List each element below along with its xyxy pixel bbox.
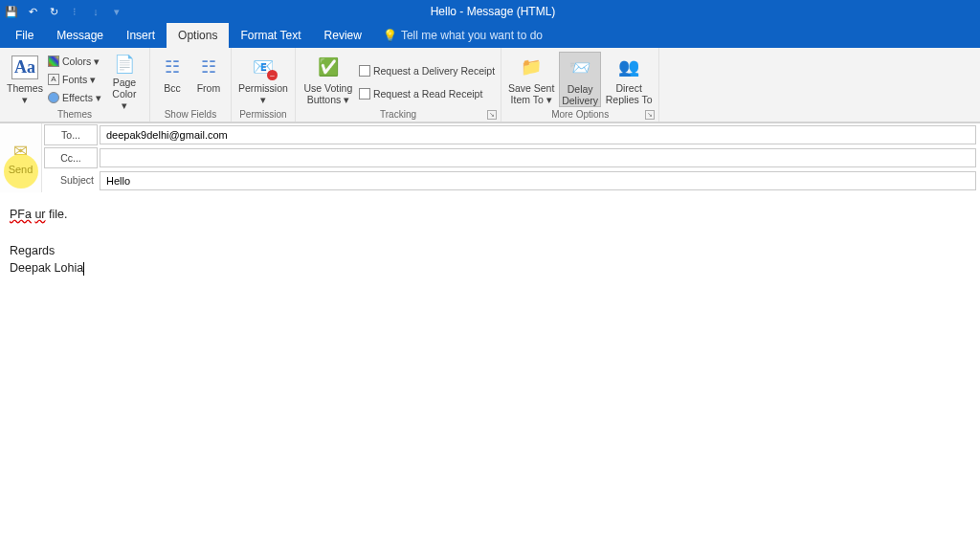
body-word-1: PFa (10, 208, 32, 221)
window-title: Hello - Message (HTML) (124, 5, 861, 18)
permission-icon: 📧– (250, 54, 277, 80)
group-show-fields-label: Show Fields (165, 109, 216, 120)
group-permission-label: Permission (239, 109, 286, 120)
page-color-label: Page Color (112, 77, 136, 100)
field-labels: To... Cc... Subject (42, 123, 100, 192)
group-more-options-label: More Options (551, 109, 609, 120)
voting-button[interactable]: ✅ Use Voting Buttons ▾ (301, 52, 355, 107)
tab-message[interactable]: Message (45, 23, 115, 48)
fonts-button[interactable]: AFonts ▾ (48, 71, 101, 88)
direct-replies-icon: 👥 (615, 54, 642, 80)
save-sent-icon: 📁 (518, 54, 545, 80)
delay-delivery-label: Delay Delivery (560, 83, 600, 106)
send-button[interactable]: ✉ Send (0, 123, 42, 192)
tab-review[interactable]: Review (313, 23, 373, 48)
from-label: From (197, 82, 221, 94)
direct-replies-button[interactable]: 👥 Direct Replies To (605, 52, 653, 107)
permission-button[interactable]: 📧– Permission▾ (237, 52, 289, 107)
ribbon: Aa Themes▾ Colors ▾ AFonts ▾ Effects ▾ 📄… (0, 48, 980, 122)
page-color-icon: 📄 (111, 54, 138, 75)
colors-button[interactable]: Colors ▾ (48, 53, 101, 70)
effects-icon (48, 92, 59, 103)
voting-label: Use Voting Buttons (304, 82, 353, 105)
envelope-icon: ✉ (13, 141, 28, 162)
permission-label: Permission (238, 82, 288, 94)
tab-insert[interactable]: Insert (115, 23, 167, 48)
colors-label: Colors (62, 55, 91, 67)
group-tracking-label: Tracking (380, 109, 416, 120)
save-sent-label: Save Sent Item To (508, 82, 554, 105)
bcc-label: Bcc (164, 82, 181, 94)
group-tracking: ✅ Use Voting Buttons ▾ Request a Deliver… (296, 48, 501, 122)
save-sent-button[interactable]: 📁 Save Sent Item To ▾ (507, 52, 555, 107)
tab-format-text[interactable]: Format Text (229, 23, 312, 48)
tracking-checks: Request a Delivery Receipt Request a Rea… (359, 56, 495, 102)
to-field[interactable] (100, 125, 976, 144)
delivery-receipt-check[interactable]: Request a Delivery Receipt (359, 62, 495, 79)
delay-delivery-button[interactable]: 📨 Delay Delivery (559, 52, 601, 107)
from-icon: ☷ (195, 54, 222, 80)
compose-header: ✉ Send To... Cc... Subject (0, 122, 980, 192)
cc-button[interactable]: Cc... (44, 147, 98, 168)
themes-button[interactable]: Aa Themes▾ (6, 52, 44, 107)
checkbox-icon (359, 88, 370, 100)
voting-icon: ✅ (315, 54, 342, 80)
delivery-receipt-label: Request a Delivery Receipt (373, 65, 495, 77)
tab-options[interactable]: Options (167, 23, 229, 48)
quick-access-toolbar: 💾 ↶ ↻ ⁝ ↓ ▾ (4, 4, 124, 19)
themes-icon: Aa (11, 54, 38, 80)
send-label: Send (9, 164, 33, 175)
undo-icon[interactable]: ↶ (25, 4, 40, 19)
page-color-button[interactable]: 📄 Page Color▾ (105, 52, 144, 107)
subject-label: Subject (42, 169, 100, 190)
qat-item-2-icon[interactable]: ↓ (88, 4, 103, 19)
read-receipt-label: Request a Read Receipt (373, 88, 482, 100)
themes-options: Colors ▾ AFonts ▾ Effects ▾ (48, 53, 101, 106)
redo-icon[interactable]: ↻ (46, 4, 61, 19)
save-icon[interactable]: 💾 (4, 4, 19, 19)
tab-file[interactable]: File (4, 23, 45, 48)
qat-item-1-icon[interactable]: ⁝ (67, 4, 82, 19)
themes-label: Themes (7, 82, 43, 94)
bcc-button[interactable]: ☷ Bcc (156, 52, 189, 107)
group-show-fields: ☷ Bcc ☷ From Show Fields (150, 48, 232, 122)
from-button[interactable]: ☷ From (192, 52, 225, 107)
ribbon-tabs: File Message Insert Options Format Text … (0, 23, 980, 48)
tell-me-text: Tell me what you want to do (401, 29, 543, 42)
group-permission: 📧– Permission▾ Permission (232, 48, 296, 122)
body-word-2: ur (34, 208, 45, 221)
bcc-icon: ☷ (159, 54, 186, 80)
fonts-label: Fonts (62, 74, 87, 85)
lightbulb-icon: 💡 (383, 29, 397, 42)
delay-delivery-icon: 📨 (567, 55, 593, 81)
colors-icon (48, 55, 59, 67)
qat-customize-icon[interactable]: ▾ (109, 4, 124, 19)
more-options-dialog-launcher-icon[interactable]: ↘ (645, 110, 655, 120)
effects-label: Effects (62, 92, 93, 103)
body-word-3: file. (46, 208, 68, 221)
message-body[interactable]: PFa ur file. Regards Deepak Lohia (0, 192, 980, 291)
subject-field[interactable] (100, 171, 976, 190)
group-more-options: 📁 Save Sent Item To ▾ 📨 Delay Delivery 👥… (501, 48, 659, 122)
fonts-icon: A (48, 74, 59, 85)
text-cursor (83, 262, 84, 276)
checkbox-icon (359, 65, 370, 77)
effects-button[interactable]: Effects ▾ (48, 89, 101, 106)
field-inputs (100, 123, 980, 192)
read-receipt-check[interactable]: Request a Read Receipt (359, 85, 495, 102)
tracking-dialog-launcher-icon[interactable]: ↘ (487, 110, 497, 120)
to-button[interactable]: To... (44, 124, 98, 145)
group-themes-label: Themes (57, 109, 92, 120)
cc-field[interactable] (100, 148, 976, 167)
body-signature: Deepak Lohia (10, 261, 83, 275)
title-bar: 💾 ↶ ↻ ⁝ ↓ ▾ Hello - Message (HTML) (0, 0, 980, 23)
group-themes: Aa Themes▾ Colors ▾ AFonts ▾ Effects ▾ 📄… (0, 48, 150, 122)
tell-me-search[interactable]: 💡 Tell me what you want to do (373, 23, 543, 48)
body-regards: Regards (10, 242, 970, 260)
direct-replies-label: Direct Replies To (605, 82, 653, 105)
